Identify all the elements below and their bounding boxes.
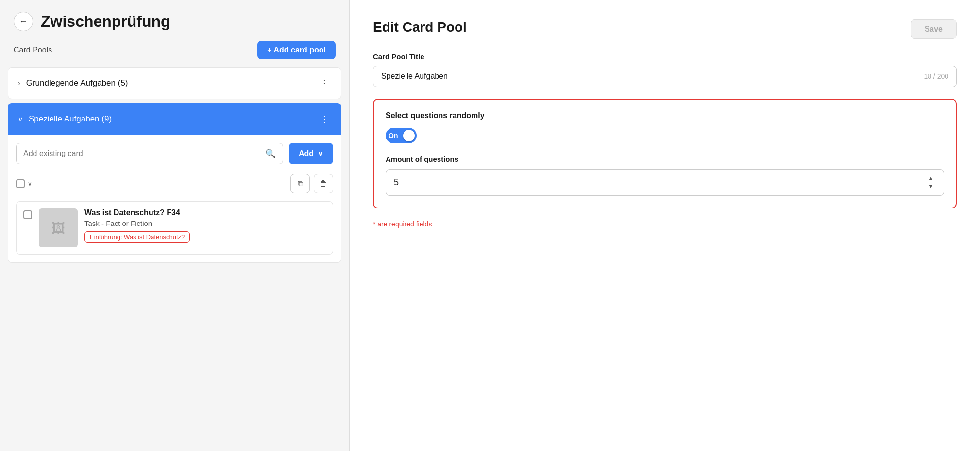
char-count: 18 / 200 [924,72,948,80]
select-left: ∨ [16,179,32,188]
chevron-right-icon: › [18,79,20,87]
random-section: Select questions randomly On Amount of q… [373,99,957,208]
select-chevron-icon[interactable]: ∨ [28,180,32,187]
pool-item-header-spezielle[interactable]: ∨ Spezielle Aufgaben (9) ⋮ [8,104,341,135]
pool-item-header-grundlegende[interactable]: › Grundlegende Aufgaben (5) ⋮ [8,68,341,99]
search-icon: 🔍 [265,148,276,159]
save-button[interactable]: Save [911,19,957,39]
card-pool-title-value: Spezielle Aufgaben [381,72,448,81]
amount-label: Amount of questions [386,155,944,163]
select-action-icons: ⧉ 🗑 [290,174,333,193]
required-fields-text: * are required fields [373,220,957,228]
search-input[interactable] [23,143,260,164]
card-info: Was ist Datenschutz? F34 Task - Fact or … [84,208,326,243]
search-icon-button[interactable]: 🔍 [265,148,276,159]
left-panel: ← Zwischenprüfung Card Pools + Add card … [0,0,350,451]
add-card-pool-button[interactable]: + Add card pool [257,41,336,59]
card-type: Task - Fact or Fiction [84,219,326,227]
left-header: ← Zwischenprüfung [0,0,349,39]
stepper-down-button[interactable]: ▼ [926,182,936,190]
toggle-wrapper: On [386,128,944,143]
random-section-label: Select questions randomly [386,111,944,120]
edit-card-pool-title: Edit Card Pool [373,19,467,35]
add-button[interactable]: Add ∨ [289,143,333,164]
amount-input-wrapper[interactable]: 5 ▲ ▼ [386,169,944,196]
pool-item-grundlegende: › Grundlegende Aufgaben (5) ⋮ [8,67,341,99]
back-button[interactable]: ← [14,12,33,31]
copy-icon: ⧉ [298,179,303,188]
pool-menu-button-grundlegende[interactable]: ⋮ [318,76,331,90]
card-thumbnail: 🖼 [39,208,78,247]
pool-item-left-active: ∨ Spezielle Aufgaben (9) [18,114,112,124]
search-add-row: 🔍 Add ∨ [16,143,333,164]
card-pools-list: › Grundlegende Aufgaben (5) ⋮ ∨ Speziell… [0,67,349,451]
card-pool-title-label: Card Pool Title [373,52,957,61]
search-input-wrapper: 🔍 [16,143,283,164]
card-item: 🖼 Was ist Datenschutz? F34 Task - Fact o… [16,201,333,255]
back-icon: ← [19,17,28,27]
image-icon: 🖼 [51,220,65,236]
add-chevron-icon: ∨ [318,149,323,158]
pool-expanded-content: 🔍 Add ∨ ∨ ⧉ 🗑 [8,135,341,263]
pool-item-active-spezielle: ∨ Spezielle Aufgaben (9) ⋮ [8,103,341,135]
amount-value: 5 [394,177,399,188]
card-checkbox[interactable] [23,210,32,219]
pool-title-grundlegende: Grundlegende Aufgaben (5) [26,78,128,88]
chevron-down-icon-active: ∨ [18,115,23,123]
card-name: Was ist Datenschutz? F34 [84,208,326,217]
toggle-circle [403,130,415,141]
card-pool-title-input-wrapper[interactable]: Spezielle Aufgaben 18 / 200 [373,66,957,87]
copy-button[interactable]: ⧉ [290,174,310,193]
pool-menu-button-spezielle[interactable]: ⋮ [318,112,331,126]
delete-button[interactable]: 🗑 [314,174,333,193]
card-pools-label: Card Pools [14,46,52,54]
select-row: ∨ ⧉ 🗑 [16,172,333,195]
page-title: Zwischenprüfung [41,13,170,31]
right-panel: Edit Card Pool Save Card Pool Title Spez… [350,0,980,451]
stepper-buttons: ▲ ▼ [926,174,936,191]
stepper-up-button[interactable]: ▲ [926,174,936,182]
pool-item-left: › Grundlegende Aufgaben (5) [18,78,128,88]
trash-icon: 🗑 [320,179,327,188]
toggle[interactable]: On [386,128,417,143]
right-header: Edit Card Pool Save [373,19,957,39]
card-pools-row: Card Pools + Add card pool [0,39,349,67]
select-all-checkbox[interactable] [16,179,25,188]
add-button-label: Add [299,149,314,158]
toggle-label: On [389,132,398,139]
card-tag: Einführung: Was ist Datenschutz? [84,231,190,243]
pool-title-spezielle: Spezielle Aufgaben (9) [29,114,112,124]
